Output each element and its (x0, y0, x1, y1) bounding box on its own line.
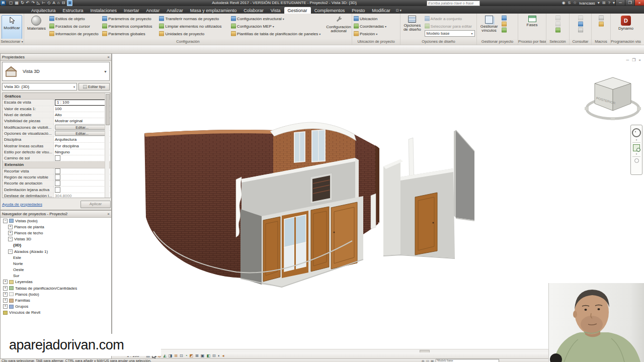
dynamo-button[interactable]: D Dynamo (617, 15, 634, 32)
temporary-view-properties-icon[interactable]: ▣ (201, 353, 205, 358)
modify-button[interactable]: Modificar (2, 15, 22, 39)
ribbon-item-configuracion-estructural[interactable]: Configuración estructural▾ (231, 15, 325, 22)
collapse-icon[interactable]: ◂ (222, 353, 224, 358)
show-crop-region-icon[interactable]: ◔ (185, 353, 188, 358)
tab-masa-y-emplazamiento[interactable]: Masa y emplazamiento (187, 7, 240, 14)
prop-edit-button-modificaciones-de-visibili[interactable]: Editar... (55, 125, 109, 130)
tree-item-grupos[interactable]: +Grupos (1, 304, 111, 310)
tree-item-sur[interactable]: Sur (1, 273, 111, 279)
reveal-hidden-elements-icon[interactable]: ⊠ (195, 353, 199, 358)
group-label-selection[interactable]: Selección (546, 39, 569, 45)
search-input[interactable] (427, 1, 480, 6)
expand-icon[interactable]: + (3, 292, 8, 297)
prop-checkbox-recortar-vista[interactable] (55, 168, 60, 174)
aligned-dimension-icon[interactable]: ⊢ (42, 1, 45, 6)
favorites-icon[interactable]: ☆ (573, 1, 577, 6)
macro-manager-icon[interactable] (599, 16, 604, 21)
shadows-icon[interactable]: ◨ (169, 353, 173, 358)
search-icon[interactable]: ◉ (562, 1, 566, 6)
show-analytical-model-icon[interactable]: ◧ (206, 353, 210, 358)
help-icon[interactable]: ? (608, 1, 610, 6)
editable-only-icon[interactable]: ⊡ (426, 359, 429, 362)
group-label-project-location[interactable]: Ubicación de proyecto (352, 39, 400, 45)
crop-view-icon[interactable]: ⊡ (180, 353, 183, 358)
sun-path-icon[interactable]: ◭ (164, 353, 167, 358)
ribbon-item-informacion-de-proyecto[interactable]: Información de proyecto (49, 30, 100, 37)
group-label-visual-programming[interactable]: Programación visual (611, 39, 641, 45)
active-design-option-dropdown[interactable]: Modelo base▾ (425, 30, 475, 37)
view-instance-combo[interactable]: Vista 3D: {3D}▾ (2, 83, 77, 90)
tree-item-norte[interactable]: Norte (1, 260, 111, 266)
macro-security-icon[interactable] (599, 22, 604, 27)
active-design-option-combo[interactable]: Modelo base (436, 359, 499, 362)
properties-header[interactable]: Propiedades × (1, 54, 111, 61)
ribbon-item-parametros-compartidos[interactable]: Parámetros compartidos (102, 23, 157, 30)
exchange-apps-icon[interactable]: ⊞ (602, 1, 606, 6)
ribbon-item-limpiar-elementos-no-utilizados[interactable]: Limpiar elementos no utilizados (159, 23, 228, 30)
collapse-icon[interactable]: − (3, 219, 8, 223)
tree-item-planos-de-planta[interactable]: +Planos de planta (1, 224, 111, 230)
close-icon[interactable]: × (107, 55, 110, 59)
tree-item-familias[interactable]: +Familias (1, 297, 111, 303)
ribbon-item-forzados-de-cursor[interactable]: Forzados de cursor (49, 23, 100, 30)
tree-item-leyendas[interactable]: +Leyendas (1, 279, 111, 285)
select-by-id-icon[interactable] (578, 22, 583, 27)
close-icon[interactable]: × (107, 212, 110, 216)
prop-checkbox-region-de-recorte-visible[interactable] (55, 174, 60, 180)
group-label-phasing[interactable]: Proceso por fases (518, 39, 546, 45)
expand-icon[interactable]: + (3, 304, 8, 309)
section-icon[interactable]: ⊟ (62, 1, 65, 6)
group-label-inquiry[interactable]: Consultar (570, 39, 591, 45)
wheel-caret-icon[interactable]: ▾ (636, 139, 637, 141)
expand-icon[interactable]: + (3, 286, 8, 291)
group-label-manage-project[interactable]: Gestionar proyecto (477, 39, 518, 45)
edit-selection-icon[interactable] (555, 28, 560, 33)
group-label-settings[interactable]: Configuración (24, 39, 352, 45)
user-caret-icon[interactable]: ▾ (598, 1, 600, 6)
modify-tab-extra-icon[interactable]: ⊡ ▾ (394, 8, 404, 14)
tab-presto[interactable]: Presto (348, 7, 368, 14)
tab-vista[interactable]: Vista (267, 7, 284, 14)
ribbon-item-posicion[interactable]: Posición▾ (354, 30, 398, 37)
tree-item-vistas-3d[interactable]: −Vistas 3D (1, 236, 111, 242)
tree-item-alzados-alzado-1[interactable]: −Alzados (Alzado 1) (1, 248, 111, 254)
render-icon[interactable]: ⊞ (174, 353, 178, 358)
prop-section-graficos[interactable]: Gráficos▴ (3, 93, 110, 100)
tree-item-este[interactable]: Este (1, 254, 111, 260)
measure-icon[interactable]: ◺ (37, 1, 40, 6)
close-button[interactable]: × (634, 0, 644, 6)
warnings-icon[interactable] (578, 28, 583, 33)
tree-item-planos-de-techo[interactable]: +Planos de techo (1, 230, 111, 236)
tree-item-oeste[interactable]: Oeste (1, 267, 111, 273)
project-browser-header[interactable]: Navegador de proyectos - Proyecto2 × (1, 211, 111, 218)
prop-value[interactable]: 1 : 100 (55, 100, 109, 105)
undo-icon[interactable]: ↶ (26, 1, 30, 6)
design-options-button[interactable]: Opciones de diseño (401, 15, 424, 33)
design-option-icon[interactable]: ▤ (431, 359, 434, 362)
tag-icon[interactable]: ◇ (47, 1, 50, 6)
prop-checkbox-camino-de-sol[interactable] (55, 155, 60, 161)
collapse-icon[interactable]: − (8, 237, 13, 241)
chevron-down-icon[interactable]: ▼ (104, 70, 107, 73)
subscription-icon[interactable]: S (568, 1, 571, 6)
rewind-icon[interactable] (634, 158, 639, 163)
ribbon-item-coordenadas[interactable]: Coordenadas▾ (354, 23, 398, 30)
tab-instalaciones[interactable]: Instalaciones (87, 7, 121, 14)
steering-wheel-icon[interactable] (632, 128, 641, 137)
edit-type-button[interactable]: Editar tipo (78, 83, 110, 90)
restore-button[interactable]: ❐ (625, 0, 634, 6)
default-3d-view-icon[interactable]: ⌂ (57, 1, 60, 6)
tab-estructura[interactable]: Estructura (59, 7, 87, 14)
revit-logo-icon[interactable]: R (1, 1, 6, 6)
type-selector[interactable]: Vista 3D ▼ (2, 62, 110, 81)
displacement-sets-icon[interactable]: ◐ (218, 353, 220, 358)
prop-section-extension[interactable]: Extensión▴ (3, 161, 110, 168)
save-icon[interactable]: ▦ (15, 1, 19, 6)
additional-settings-button[interactable]: Configuración adicional (326, 15, 351, 34)
view-cube[interactable]: POSTERIOR (579, 70, 644, 126)
decal-types-icon[interactable] (502, 22, 507, 27)
ribbon-item-ubicacion[interactable]: Ubicación (354, 15, 398, 22)
tab-insertar[interactable]: Insertar (120, 7, 143, 14)
tab-anotar[interactable]: Anotar (143, 7, 164, 14)
thin-lines-icon[interactable]: ≣ (67, 0, 72, 6)
